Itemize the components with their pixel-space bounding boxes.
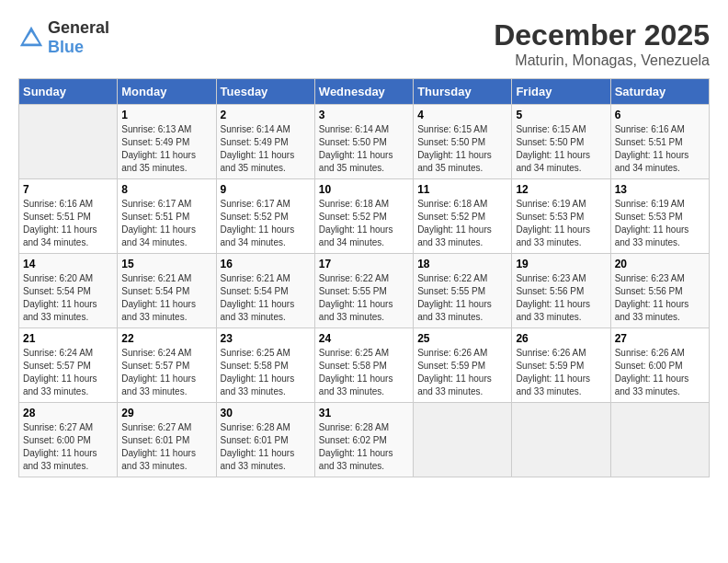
calendar-week-3: 21Sunrise: 6:24 AM Sunset: 5:57 PM Dayli… (19, 328, 710, 403)
calendar-cell: 21Sunrise: 6:24 AM Sunset: 5:57 PM Dayli… (19, 328, 118, 403)
calendar-cell: 6Sunrise: 6:16 AM Sunset: 5:51 PM Daylig… (610, 105, 709, 179)
day-number: 8 (121, 183, 211, 196)
header-tuesday: Tuesday (216, 79, 314, 105)
calendar-cell (414, 403, 512, 477)
cell-info: Sunrise: 6:27 AM Sunset: 6:00 PM Dayligh… (23, 421, 113, 473)
cell-info: Sunrise: 6:23 AM Sunset: 5:56 PM Dayligh… (516, 272, 606, 324)
calendar-cell: 19Sunrise: 6:23 AM Sunset: 5:56 PM Dayli… (512, 254, 610, 328)
calendar-cell: 25Sunrise: 6:26 AM Sunset: 5:59 PM Dayli… (414, 328, 512, 403)
calendar-table: Sunday Monday Tuesday Wednesday Thursday… (18, 78, 710, 477)
day-number: 3 (319, 109, 409, 121)
cell-info: Sunrise: 6:26 AM Sunset: 6:00 PM Dayligh… (615, 347, 705, 398)
day-number: 19 (516, 258, 606, 270)
day-number: 23 (221, 332, 311, 345)
calendar-cell: 3Sunrise: 6:14 AM Sunset: 5:50 PM Daylig… (314, 105, 413, 179)
calendar-cell: 10Sunrise: 6:18 AM Sunset: 5:52 PM Dayli… (314, 179, 413, 254)
calendar-cell: 2Sunrise: 6:14 AM Sunset: 5:49 PM Daylig… (216, 105, 314, 179)
calendar-cell: 23Sunrise: 6:25 AM Sunset: 5:58 PM Dayli… (216, 328, 314, 403)
calendar-cell: 18Sunrise: 6:22 AM Sunset: 5:55 PM Dayli… (414, 254, 512, 328)
day-number: 30 (221, 407, 311, 419)
calendar-cell: 17Sunrise: 6:22 AM Sunset: 5:55 PM Dayli… (314, 254, 413, 328)
cell-info: Sunrise: 6:15 AM Sunset: 5:50 PM Dayligh… (516, 123, 606, 175)
cell-info: Sunrise: 6:28 AM Sunset: 6:01 PM Dayligh… (221, 421, 311, 473)
day-number: 10 (319, 183, 409, 196)
day-number: 15 (121, 258, 211, 270)
calendar-cell (610, 403, 709, 477)
header-area: General Blue December 2025 Maturin, Mona… (18, 18, 710, 69)
cell-info: Sunrise: 6:15 AM Sunset: 5:50 PM Dayligh… (417, 123, 507, 175)
header-thursday: Thursday (414, 79, 512, 105)
main-title: December 2025 (494, 18, 710, 52)
calendar-cell: 22Sunrise: 6:24 AM Sunset: 5:57 PM Dayli… (118, 328, 216, 403)
day-number: 25 (417, 332, 507, 345)
cell-info: Sunrise: 6:26 AM Sunset: 5:59 PM Dayligh… (516, 347, 606, 398)
calendar-cell: 12Sunrise: 6:19 AM Sunset: 5:53 PM Dayli… (512, 179, 610, 254)
calendar-cell: 9Sunrise: 6:17 AM Sunset: 5:52 PM Daylig… (216, 179, 314, 254)
calendar-cell: 16Sunrise: 6:21 AM Sunset: 5:54 PM Dayli… (216, 254, 314, 328)
header-saturday: Saturday (610, 79, 709, 105)
calendar-cell: 15Sunrise: 6:21 AM Sunset: 5:54 PM Dayli… (118, 254, 216, 328)
day-number: 20 (615, 258, 705, 270)
cell-info: Sunrise: 6:13 AM Sunset: 5:49 PM Dayligh… (121, 123, 211, 175)
cell-info: Sunrise: 6:19 AM Sunset: 5:53 PM Dayligh… (615, 198, 705, 249)
calendar-cell: 26Sunrise: 6:26 AM Sunset: 5:59 PM Dayli… (512, 328, 610, 403)
calendar-cell: 13Sunrise: 6:19 AM Sunset: 5:53 PM Dayli… (610, 179, 709, 254)
logo-blue-text: Blue (48, 38, 84, 56)
day-number: 28 (23, 407, 113, 419)
logo: General Blue (18, 18, 109, 57)
day-number: 12 (516, 183, 606, 196)
calendar-cell: 20Sunrise: 6:23 AM Sunset: 5:56 PM Dayli… (610, 254, 709, 328)
day-number: 27 (615, 332, 705, 345)
day-number: 13 (615, 183, 705, 196)
header-row: Sunday Monday Tuesday Wednesday Thursday… (19, 79, 710, 105)
cell-info: Sunrise: 6:20 AM Sunset: 5:54 PM Dayligh… (23, 272, 113, 324)
day-number: 4 (417, 109, 507, 121)
day-number: 22 (121, 332, 211, 345)
header-monday: Monday (118, 79, 216, 105)
cell-info: Sunrise: 6:21 AM Sunset: 5:54 PM Dayligh… (121, 272, 211, 324)
cell-info: Sunrise: 6:23 AM Sunset: 5:56 PM Dayligh… (615, 272, 705, 324)
calendar-cell (19, 105, 118, 179)
cell-info: Sunrise: 6:25 AM Sunset: 5:58 PM Dayligh… (319, 347, 409, 398)
calendar-cell: 28Sunrise: 6:27 AM Sunset: 6:00 PM Dayli… (19, 403, 118, 477)
day-number: 24 (319, 332, 409, 345)
calendar-cell: 31Sunrise: 6:28 AM Sunset: 6:02 PM Dayli… (314, 403, 413, 477)
day-number: 14 (23, 258, 113, 270)
cell-info: Sunrise: 6:14 AM Sunset: 5:49 PM Dayligh… (221, 123, 311, 175)
calendar-cell: 29Sunrise: 6:27 AM Sunset: 6:01 PM Dayli… (118, 403, 216, 477)
calendar-week-4: 28Sunrise: 6:27 AM Sunset: 6:00 PM Dayli… (19, 403, 710, 477)
cell-info: Sunrise: 6:18 AM Sunset: 5:52 PM Dayligh… (319, 198, 409, 249)
day-number: 31 (319, 407, 409, 419)
calendar-cell: 4Sunrise: 6:15 AM Sunset: 5:50 PM Daylig… (414, 105, 512, 179)
day-number: 2 (221, 109, 311, 121)
day-number: 21 (23, 332, 113, 345)
day-number: 11 (417, 183, 507, 196)
calendar-cell: 1Sunrise: 6:13 AM Sunset: 5:49 PM Daylig… (118, 105, 216, 179)
calendar-week-0: 1Sunrise: 6:13 AM Sunset: 5:49 PM Daylig… (19, 105, 710, 179)
cell-info: Sunrise: 6:28 AM Sunset: 6:02 PM Dayligh… (319, 421, 409, 473)
day-number: 5 (516, 109, 606, 121)
day-number: 16 (221, 258, 311, 270)
cell-info: Sunrise: 6:17 AM Sunset: 5:51 PM Dayligh… (121, 198, 211, 249)
cell-info: Sunrise: 6:26 AM Sunset: 5:59 PM Dayligh… (417, 347, 507, 398)
day-number: 6 (615, 109, 705, 121)
day-number: 26 (516, 332, 606, 345)
day-number: 29 (121, 407, 211, 419)
day-number: 17 (319, 258, 409, 270)
calendar-cell: 30Sunrise: 6:28 AM Sunset: 6:01 PM Dayli… (216, 403, 314, 477)
cell-info: Sunrise: 6:16 AM Sunset: 5:51 PM Dayligh… (23, 198, 113, 249)
header-wednesday: Wednesday (314, 79, 413, 105)
cell-info: Sunrise: 6:24 AM Sunset: 5:57 PM Dayligh… (23, 347, 113, 398)
header-sunday: Sunday (19, 79, 118, 105)
cell-info: Sunrise: 6:22 AM Sunset: 5:55 PM Dayligh… (319, 272, 409, 324)
calendar-cell (512, 403, 610, 477)
calendar-week-2: 14Sunrise: 6:20 AM Sunset: 5:54 PM Dayli… (19, 254, 710, 328)
subtitle: Maturin, Monagas, Venezuela (494, 52, 710, 69)
calendar-cell: 24Sunrise: 6:25 AM Sunset: 5:58 PM Dayli… (314, 328, 413, 403)
calendar-cell: 5Sunrise: 6:15 AM Sunset: 5:50 PM Daylig… (512, 105, 610, 179)
day-number: 18 (417, 258, 507, 270)
day-number: 9 (221, 183, 311, 196)
calendar-cell: 7Sunrise: 6:16 AM Sunset: 5:51 PM Daylig… (19, 179, 118, 254)
logo-general-text: General (48, 18, 109, 37)
cell-info: Sunrise: 6:18 AM Sunset: 5:52 PM Dayligh… (417, 198, 507, 249)
